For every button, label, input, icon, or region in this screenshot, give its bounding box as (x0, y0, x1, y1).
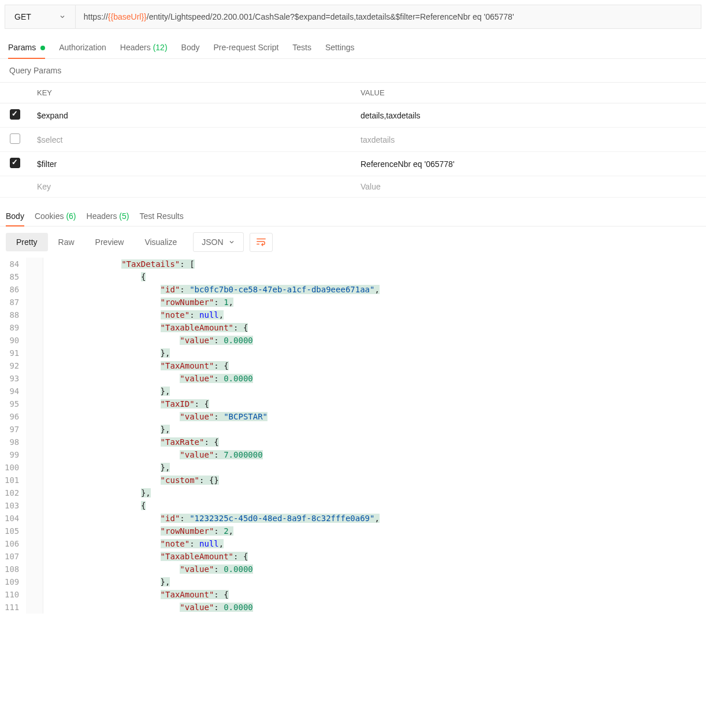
param-checkbox[interactable] (10, 133, 20, 144)
param-value-cell[interactable]: Value (354, 176, 706, 198)
response-tab-body[interactable]: Body (6, 209, 24, 226)
param-checkbox[interactable] (10, 158, 20, 168)
view-mode-raw[interactable]: Raw (48, 233, 85, 251)
tab-pre-request-script[interactable]: Pre-request Script (213, 39, 278, 58)
tab-tests[interactable]: Tests (292, 39, 311, 58)
param-row: $expanddetails,taxdetails (0, 103, 706, 128)
param-value-cell[interactable]: ReferenceNbr eq '065778' (354, 152, 706, 176)
url-input[interactable]: https://{{baseUrl}}/entity/Lightspeed/20… (76, 5, 701, 28)
tab-settings[interactable]: Settings (325, 39, 355, 58)
response-body[interactable]: 8485868788899091929394959697989910010110… (0, 258, 706, 614)
param-value-cell[interactable]: details,taxdetails (354, 103, 706, 128)
query-params-title: Query Params (0, 59, 706, 82)
tab-count: (5) (117, 211, 129, 221)
url-variable: {{baseUrl}} (108, 12, 147, 21)
query-params-table: KEY VALUE $expanddetails,taxdetails$sele… (0, 82, 706, 198)
tab-headers[interactable]: Headers (12) (120, 39, 168, 58)
param-key-cell[interactable]: $select (30, 128, 354, 152)
response-tab-cookies[interactable]: Cookies (6) (35, 209, 76, 226)
line-gutter: 8485868788899091929394959697989910010110… (0, 258, 26, 614)
param-checkbox[interactable] (10, 109, 20, 120)
param-row: $selecttaxdetails (0, 128, 706, 152)
request-tabs: Params AuthorizationHeaders (12)BodyPre-… (0, 34, 706, 59)
param-key-cell[interactable]: $filter (30, 152, 354, 176)
col-check (0, 83, 30, 103)
response-tabs: BodyCookies (6)Headers (5)Test Results (0, 201, 706, 226)
modified-dot (40, 46, 45, 50)
lang-label: JSON (202, 237, 223, 247)
tab-authorization[interactable]: Authorization (59, 39, 106, 58)
chevron-down-icon (228, 239, 235, 246)
param-value-cell[interactable]: taxdetails (354, 128, 706, 152)
response-tab-headers[interactable]: Headers (5) (87, 209, 129, 226)
param-key-cell[interactable]: Key (30, 176, 354, 198)
param-row: KeyValue (0, 176, 706, 198)
chevron-down-icon (59, 13, 66, 20)
response-view-controls: PrettyRawPreviewVisualize JSON (0, 226, 706, 258)
view-mode-pretty[interactable]: Pretty (6, 233, 48, 251)
view-mode-visualize[interactable]: Visualize (134, 233, 187, 251)
wrap-icon (256, 237, 266, 246)
fold-column (26, 258, 43, 614)
param-key-cell[interactable]: $expand (30, 103, 354, 128)
col-key: KEY (30, 83, 354, 103)
param-row: $filterReferenceNbr eq '065778' (0, 152, 706, 176)
tab-params[interactable]: Params (8, 39, 45, 59)
view-mode-preview[interactable]: Preview (85, 233, 135, 251)
response-tab-test-results[interactable]: Test Results (139, 209, 183, 226)
code-content[interactable]: "TaxDetails": [ { "id": "bc0fc7b0-ce58-4… (43, 258, 706, 614)
tab-count: (12) (151, 43, 168, 52)
wrap-lines-button[interactable] (250, 233, 273, 252)
tab-body[interactable]: Body (181, 39, 200, 58)
method-label: GET (14, 12, 31, 21)
tab-count: (6) (64, 211, 76, 221)
method-select[interactable]: GET (5, 5, 76, 28)
col-value: VALUE (354, 83, 706, 103)
request-bar: GET https://{{baseUrl}}/entity/Lightspee… (5, 5, 701, 29)
lang-select[interactable]: JSON (193, 232, 243, 252)
